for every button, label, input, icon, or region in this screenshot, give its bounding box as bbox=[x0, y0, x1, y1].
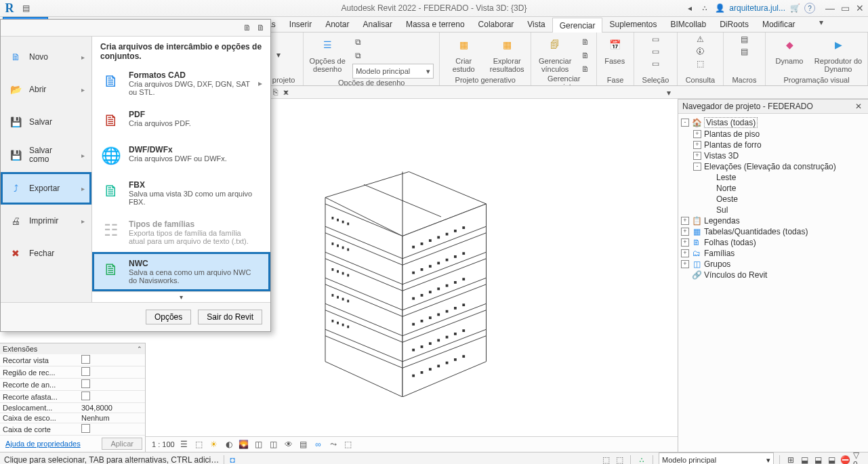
ribbon-small-icon[interactable]: 🛈 bbox=[695, 46, 705, 57]
status-icon[interactable]: ⛔ bbox=[840, 455, 850, 464]
app-menu-tool-icon[interactable]: 🗎 bbox=[255, 22, 266, 33]
visual-style-icon[interactable]: ⬚ bbox=[194, 439, 205, 450]
tree-node[interactable]: Leste bbox=[681, 172, 865, 183]
minimize-button[interactable]: — bbox=[825, 3, 835, 14]
status-tool-icon[interactable]: ⬚ bbox=[600, 455, 611, 464]
tree-node[interactable]: Oeste bbox=[681, 194, 865, 205]
export-dwf[interactable]: 🌐 DWF/DWFx Cria arquivos DWF ou DWFx. bbox=[92, 138, 270, 173]
help-icon[interactable]: ? bbox=[804, 3, 815, 14]
tree-node[interactable]: +📋Legendas bbox=[681, 215, 865, 226]
tree-expander-icon[interactable]: + bbox=[693, 152, 701, 160]
crop-show-icon[interactable]: ◫ bbox=[268, 439, 279, 450]
hide-icon[interactable]: 👁 bbox=[283, 439, 294, 450]
ribbon-small-icon[interactable]: 🗎 bbox=[580, 37, 591, 47]
status-icon[interactable]: ⬓ bbox=[826, 455, 837, 464]
detail-level-icon[interactable]: ☰ bbox=[179, 439, 190, 450]
opcoes-de-desenho-button[interactable]: ☰ Opções de desenho bbox=[309, 34, 346, 73]
tab-gerenciar[interactable]: Gerenciar bbox=[552, 18, 603, 33]
tree-node[interactable]: +Plantas de forro bbox=[681, 140, 865, 150]
link-icon[interactable]: ∞ bbox=[313, 439, 324, 450]
reprodutor-dynamo-button[interactable]: ▶ Reprodutor do Dynamo bbox=[814, 34, 862, 73]
crop-icon[interactable]: ◫ bbox=[253, 439, 264, 450]
properties-help-link[interactable]: Ajuda de propriedades bbox=[3, 437, 83, 450]
menu-abrir[interactable]: 📂 Abrir ▸ bbox=[1, 73, 91, 106]
tree-expander-icon[interactable]: - bbox=[681, 119, 689, 127]
prop-value[interactable]: 304,8000 bbox=[79, 403, 145, 413]
export-cad[interactable]: 🗎 Formatos CAD Cria arquivos DWG, DXF, D… bbox=[92, 64, 270, 103]
ribbon-small-icon[interactable]: ▭ bbox=[650, 34, 661, 45]
ribbon-small-icon[interactable]: ▤ bbox=[739, 34, 749, 45]
dynamo-button[interactable]: ◆ Dynamo bbox=[771, 34, 808, 65]
tab-anotar[interactable]: Anotar bbox=[318, 17, 356, 32]
tree-node[interactable]: -🏠Vistas (todas) bbox=[681, 117, 865, 129]
ribbon-item-icon[interactable]: ▾ bbox=[273, 49, 284, 60]
qat-save-icon[interactable]: ▤ bbox=[20, 3, 31, 14]
checkbox[interactable] bbox=[81, 392, 90, 400]
menu-salvar[interactable]: 💾 Salvar bbox=[1, 106, 91, 138]
sun-icon[interactable]: ☀ bbox=[209, 439, 220, 450]
ribbon-chevron-icon[interactable]: ▾ bbox=[816, 17, 827, 28]
tree-node[interactable]: +◫Grupos bbox=[681, 259, 865, 270]
status-tool-icon[interactable]: ⬚ bbox=[614, 455, 625, 464]
tree-expander-icon[interactable]: + bbox=[681, 238, 689, 247]
tree-expander-icon[interactable]: - bbox=[693, 163, 701, 171]
tree-node[interactable]: -Elevações (Elevação da construção) bbox=[681, 161, 865, 172]
ribbon-small-icon[interactable]: ⚠ bbox=[695, 34, 705, 45]
status-filter-icon[interactable]: ▽ 0 bbox=[853, 455, 864, 464]
tab-modificar[interactable]: Modificar bbox=[756, 17, 802, 32]
tree-node[interactable]: +🗎Folhas (todas) bbox=[681, 237, 865, 248]
tree-expander-icon[interactable]: + bbox=[693, 130, 701, 138]
menu-salvar-como[interactable]: 💾 Salvar como ▸ bbox=[1, 138, 91, 172]
checkbox[interactable] bbox=[81, 355, 90, 364]
status-icon[interactable]: ⊞ bbox=[785, 455, 796, 464]
browser-close-icon[interactable]: ✕ bbox=[853, 101, 864, 112]
tab-inserir[interactable]: Inserir bbox=[283, 17, 318, 32]
tree-node[interactable]: +🗂Famílias bbox=[681, 248, 865, 259]
tree-node[interactable]: Sul bbox=[681, 205, 865, 215]
fases-button[interactable]: 📅 Fases bbox=[602, 34, 627, 65]
tab-bimcollab[interactable]: BIMcollab bbox=[664, 17, 714, 32]
cut-box-icon[interactable]: ⬚ bbox=[343, 439, 354, 450]
criar-estudo-button[interactable]: ▦ Criar estudo bbox=[445, 34, 482, 73]
export-nwc[interactable]: 🗎 NWC Salva a cena como um arquivo NWC d… bbox=[92, 252, 270, 291]
user-label[interactable]: arquitetura.jul... bbox=[729, 3, 785, 13]
tree-expander-icon[interactable]: + bbox=[681, 217, 689, 225]
view-close-icon[interactable]: ✕ bbox=[281, 87, 291, 98]
view-dropdown-icon[interactable]: ▾ bbox=[663, 87, 674, 98]
exit-revit-button[interactable]: Sair do Revit bbox=[198, 310, 262, 324]
tree-node[interactable]: +Vistas 3D bbox=[681, 150, 865, 161]
checkbox[interactable] bbox=[81, 379, 90, 388]
tree-node[interactable]: +▦Tabelas/Quantidades (todas) bbox=[681, 226, 865, 237]
status-icon[interactable]: ◘ bbox=[227, 455, 238, 464]
ribbon-small-icon[interactable]: 🗎 bbox=[580, 50, 591, 61]
status-icon[interactable]: ⬓ bbox=[812, 455, 823, 464]
export-pdf[interactable]: 🗎 PDF Cria arquivos PDF. bbox=[92, 103, 270, 138]
export-expand-chevron[interactable]: ▾ bbox=[92, 291, 270, 302]
maximize-button[interactable]: ▭ bbox=[840, 3, 850, 14]
tab-suplementos[interactable]: Suplementos bbox=[602, 17, 663, 32]
ribbon-small-icon[interactable]: ⧉ bbox=[352, 50, 363, 61]
view-scale[interactable]: 1 : 100 bbox=[152, 440, 175, 448]
export-fbx[interactable]: 🗎 FBX Salva uma vista 3D como um arquivo… bbox=[92, 173, 270, 213]
ribbon-small-icon[interactable]: ⧉ bbox=[352, 37, 363, 47]
checkbox[interactable] bbox=[81, 367, 90, 376]
tree-expander-icon[interactable]: + bbox=[681, 249, 689, 257]
ribbon-small-icon[interactable]: ▭ bbox=[650, 46, 661, 57]
disp-icon[interactable]: ⤳ bbox=[328, 439, 339, 450]
checkbox[interactable] bbox=[81, 424, 90, 433]
ribbon-small-icon[interactable]: ▤ bbox=[739, 46, 749, 57]
tree-node[interactable]: Norte bbox=[681, 183, 865, 194]
render-icon[interactable]: 🌄 bbox=[239, 439, 249, 450]
ribbon-small-icon[interactable]: ▭ bbox=[650, 58, 661, 69]
ribbon-small-icon[interactable]: ⬚ bbox=[695, 58, 705, 69]
tab-colaborar[interactable]: Colaborar bbox=[472, 17, 521, 32]
status-worksets-icon[interactable]: ⛬ bbox=[636, 455, 647, 464]
options-button[interactable]: Opções bbox=[146, 310, 191, 324]
tab-diroots[interactable]: DiRoots bbox=[713, 17, 756, 32]
tree-node[interactable]: 🔗Vínculos do Revit bbox=[681, 270, 865, 280]
reveal-icon[interactable]: ▤ bbox=[298, 439, 309, 450]
app-menu-tool-icon[interactable]: 🗎 bbox=[242, 22, 253, 33]
tree-expander-icon[interactable]: + bbox=[693, 141, 701, 149]
menu-exportar[interactable]: ⤴ Exportar ▸ bbox=[1, 172, 91, 205]
apply-button[interactable]: Aplicar bbox=[102, 438, 142, 450]
